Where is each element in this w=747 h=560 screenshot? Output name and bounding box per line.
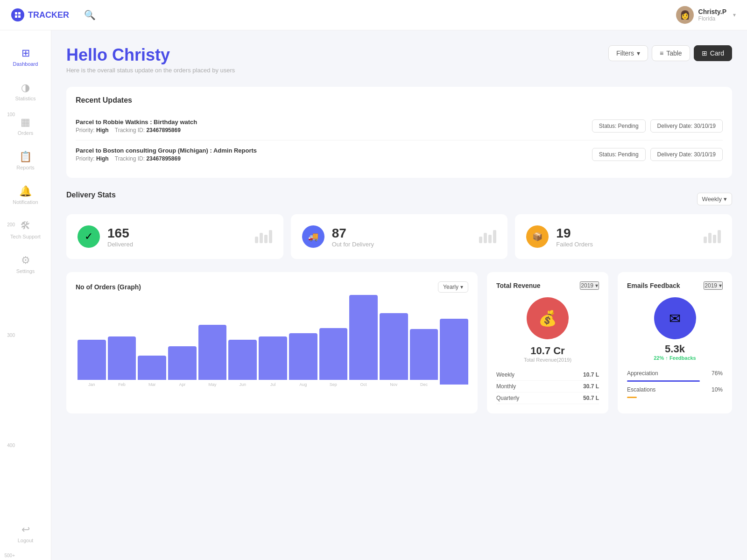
delivery-stats-title: Delivery Stats	[66, 191, 116, 199]
table-view-button[interactable]: ≡ Table	[652, 45, 690, 61]
bar-rect	[168, 346, 197, 380]
email-pct-label: 22% ↑ Feedbacks	[627, 355, 723, 361]
revenue-subtitle: Total Revenue(2019)	[496, 357, 599, 363]
email-amount: 5.3k	[627, 343, 723, 355]
appreciation-value: 76%	[712, 370, 723, 377]
failed-orders-bars	[704, 230, 721, 243]
bar-mini	[718, 230, 721, 243]
recent-updates-section: Recent Updates Parcel to Robbie Watkins …	[66, 87, 732, 178]
stat-card-delivered: ✓ 165 Delivered	[66, 214, 283, 259]
avatar: 👩	[676, 6, 694, 24]
bar-col: Mar	[138, 356, 166, 387]
topbar: TRACKER 🔍 👩 Christy.P Florida ▾	[0, 0, 747, 30]
chart-chevron-icon: ▾	[460, 284, 463, 290]
escalations-label: Escalations	[627, 386, 655, 393]
stat-card-failed-orders: 📦 19 Failed Orders	[515, 214, 732, 259]
status-badge-2: Status: Pending	[592, 148, 646, 161]
delivery-stats-section: Delivery Stats Weekly ▾ ✓ 165 Delivered	[66, 191, 732, 259]
tracking-id-1: 23467895869	[146, 127, 180, 133]
email-year-dropdown[interactable]: 2019 ▾	[704, 281, 723, 290]
update-info-1: Parcel to Robbie Watkins : Birthday watc…	[76, 119, 197, 133]
bar-month-label: Feb	[118, 382, 126, 387]
revenue-amount: 10.7 Cr	[496, 345, 599, 357]
orders-graph-card: No of Orders (Graph) Yearly ▾ 500+ 400 3…	[66, 272, 478, 413]
statistics-icon: ◑	[21, 82, 30, 94]
bar-rect	[228, 340, 257, 380]
priority-1: High	[96, 127, 109, 133]
delivered-value: 165	[107, 226, 133, 241]
bar-rect	[319, 328, 348, 380]
bar-col: Nov	[380, 313, 408, 387]
table-row: Parcel to Robbie Watkins : Birthday watc…	[76, 112, 723, 140]
main-content: Hello Christy Here is the overall status…	[51, 30, 747, 560]
bar-col: Apr	[168, 346, 197, 387]
escalations-bar	[627, 397, 637, 398]
search-button[interactable]: 🔍	[84, 9, 96, 21]
tracking-id-2: 23467895869	[146, 155, 180, 162]
email-header: Emails Feedback 2019 ▾	[627, 281, 723, 290]
chart-area: 500+ 400 300 200 100 0 JanFebMarAprMayJu…	[76, 300, 468, 398]
delivered-label: Delivered	[107, 241, 133, 248]
email-circle-icon: ✉	[654, 297, 696, 339]
bar-rect	[410, 329, 438, 380]
chart-period-label: Yearly	[443, 284, 458, 290]
user-info: Christy.P Florida	[698, 8, 726, 22]
chart-period-dropdown[interactable]: Yearly ▾	[438, 281, 468, 293]
revenue-circle-icon: 💰	[527, 297, 569, 339]
table-label: Table	[666, 49, 682, 57]
orders-icon: ▦	[21, 116, 30, 128]
failed-orders-value: 19	[556, 226, 593, 241]
delivery-chevron-icon: ▾	[724, 196, 727, 203]
bar-mini	[255, 237, 258, 243]
appreciation-bar	[627, 380, 700, 382]
bar-rect	[380, 313, 408, 380]
user-area: 👩 Christy.P Florida ▾	[676, 6, 736, 24]
user-dropdown-chevron[interactable]: ▾	[733, 12, 736, 18]
recent-updates-title: Recent Updates	[76, 96, 723, 105]
sidebar-label-settings: Settings	[16, 268, 35, 274]
sidebar-label-dashboard: Dashboard	[13, 61, 38, 67]
bar-month-label: Sep	[330, 382, 337, 387]
card-view-button[interactable]: ⊞ Card	[694, 45, 732, 61]
settings-icon: ⚙	[21, 254, 30, 266]
bar-month-label: May	[209, 382, 217, 387]
email-count: 5.3k	[665, 343, 685, 355]
email-year: 2019	[705, 282, 717, 289]
escalations-value: 10%	[712, 386, 723, 393]
card-label: Card	[710, 49, 724, 57]
sidebar-label-reports: Reports	[16, 165, 35, 170]
bar-col: Jul	[259, 336, 287, 387]
delivery-period-dropdown[interactable]: Weekly ▾	[697, 193, 732, 205]
table-grid-icon: ≡	[660, 49, 663, 57]
bar-mini	[708, 233, 712, 243]
bar-month-label: Oct	[360, 382, 367, 387]
failed-orders-label: Failed Orders	[556, 241, 593, 248]
bar-month-label: Apr	[179, 382, 185, 387]
update-tags-2: Status: Pending Delivery Date: 30/10/19	[592, 148, 723, 161]
revenue-year-chevron-icon: ▾	[595, 282, 598, 289]
stats-grid: ✓ 165 Delivered 🚚 87	[66, 214, 732, 259]
total-revenue-card: Total Revenue 2019 ▾ 💰 10.7 Cr Total Rev…	[487, 272, 608, 413]
chart-header: No of Orders (Graph) Yearly ▾	[76, 281, 468, 293]
stat-info-failed-orders: 19 Failed Orders	[556, 226, 593, 248]
bar-month-label: Dec	[420, 382, 428, 387]
logo-icon	[11, 8, 24, 21]
bar-mini	[488, 235, 492, 243]
bar-col: Oct	[349, 295, 378, 387]
bar-mini	[264, 235, 268, 243]
update-meta-1: Priority: High Tracking ID: 23467895869	[76, 127, 197, 133]
priority-2: High	[96, 155, 109, 162]
bar-mini	[493, 230, 496, 243]
sidebar-label-logout: Logout	[18, 538, 34, 543]
bar-month-label: Jan	[88, 382, 95, 387]
failed-orders-icon: 📦	[526, 225, 549, 248]
user-name: Christy.P	[698, 8, 726, 15]
revenue-year-dropdown[interactable]: 2019 ▾	[580, 281, 599, 290]
filter-button[interactable]: Filters ▾	[608, 45, 648, 61]
logo: TRACKER	[11, 8, 69, 21]
stat-card-out-for-delivery: 🚚 87 Out for Delivery	[291, 214, 508, 259]
bar-month-label: Jun	[240, 382, 247, 387]
stat-info-out-for-delivery: 87 Out for Delivery	[332, 226, 374, 248]
feedback-row-appreciation: Appreciation 76%	[627, 367, 723, 382]
feedback-row-escalations: Escalations 10%	[627, 384, 723, 398]
